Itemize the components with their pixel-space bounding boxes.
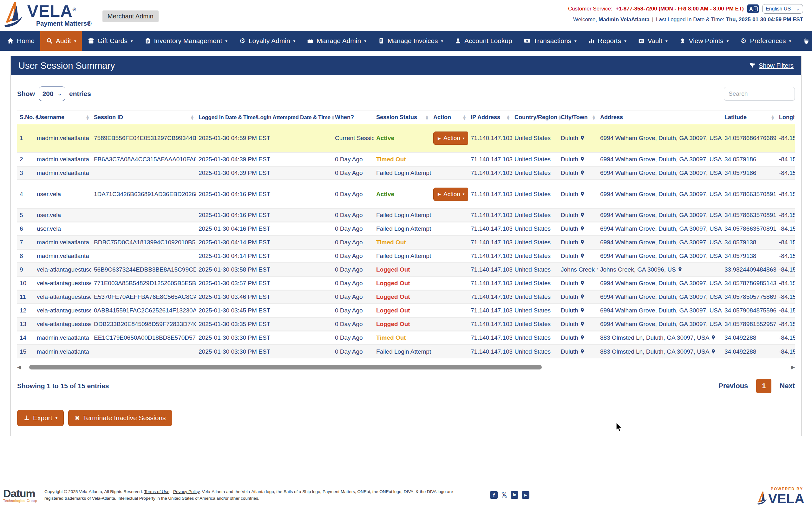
chevron-down-icon: ▾: [624, 39, 626, 43]
nav-item-manage-invoices[interactable]: Manage Invoices▾: [372, 31, 449, 51]
nav-item-manage-admin[interactable]: Manage Admin▾: [301, 31, 372, 51]
nav-item-preferences[interactable]: ⚙Preferences▾: [734, 31, 797, 51]
sort-icon: ▲▼: [507, 115, 509, 120]
page-size-select[interactable]: 200⌄: [39, 87, 65, 101]
map-pin-icon[interactable]: [580, 191, 585, 197]
column-header-session-id[interactable]: Session ID▲▼: [91, 111, 196, 124]
x-twitter-icon[interactable]: 𝕏: [501, 491, 507, 499]
cell-country: United States: [512, 277, 558, 290]
map-pin-icon[interactable]: [677, 266, 682, 273]
row-action-button[interactable]: ▶Action ▾: [433, 187, 468, 201]
nav-item-gift-cards[interactable]: Gift Cards▾: [82, 31, 138, 51]
cell-when: 0 Day Ago: [333, 290, 374, 304]
column-header-when-[interactable]: When?: [333, 111, 374, 124]
cell-country: United States: [512, 249, 558, 263]
map-pin-icon[interactable]: [580, 348, 585, 354]
language-select[interactable]: English US⌄: [762, 4, 803, 14]
nav-item-home[interactable]: Home: [1, 31, 40, 51]
cell-country: United States: [512, 345, 558, 358]
scroll-left-arrow[interactable]: ◀: [17, 365, 21, 370]
search-input[interactable]: [724, 87, 795, 101]
column-header-latitude[interactable]: Latitude▲▼: [722, 111, 776, 124]
column-header-action[interactable]: Action▲▼: [431, 111, 468, 124]
cell-action: [431, 318, 468, 331]
search-icon: [46, 38, 53, 44]
gear-icon: ⚙: [740, 38, 747, 44]
map-pin-icon[interactable]: [580, 239, 585, 245]
cell-sno: 10: [17, 277, 34, 290]
nav-item-help[interactable]: Help▾: [797, 31, 812, 51]
cell-latitude: 33.98244094848633: [722, 263, 776, 277]
nav-item-audit[interactable]: Audit▾: [40, 31, 82, 51]
cell-when: 0 Day Ago: [333, 166, 374, 180]
map-pin-icon[interactable]: [580, 156, 585, 162]
cell-country: United States: [512, 331, 558, 345]
session-row: 7madmin.velaatlantaBDBC75D0C4A1813994C10…: [17, 236, 795, 249]
session-row: 12vela-atlantaguestuser0ABB415591FAC2C62…: [17, 304, 795, 318]
map-pin-icon[interactable]: [580, 170, 585, 176]
cell-city: Duluth: [558, 277, 598, 290]
youtube-icon[interactable]: ▶: [522, 491, 529, 499]
nav-item-transactions[interactable]: Transactions▾: [518, 31, 582, 51]
map-pin-icon[interactable]: [711, 334, 716, 341]
scroll-right-arrow[interactable]: ▶: [791, 365, 795, 370]
column-header-ip-address[interactable]: IP Address▲▼: [468, 111, 512, 124]
column-header-session-status[interactable]: Session Status▲▼: [374, 111, 431, 124]
column-header-logged-in-date-time-login-attempted-date-time[interactable]: Logged In Date & Time/Login Attempted Da…: [196, 111, 333, 124]
nav-item-loyalty-admin[interactable]: ⚙︎Loyalty Admin▾: [233, 31, 301, 51]
nav-item-inventory-management[interactable]: Inventory Management▾: [139, 31, 233, 51]
translate-icon[interactable]: A: [747, 4, 759, 14]
map-pin-icon[interactable]: [580, 280, 585, 286]
map-pin-icon[interactable]: [580, 321, 585, 327]
show-filters-button[interactable]: Show Filters: [749, 62, 794, 69]
map-pin-icon[interactable]: [580, 212, 585, 218]
map-pin-icon[interactable]: [580, 252, 585, 259]
column-header-address[interactable]: Address: [598, 111, 722, 124]
cell-latitude: 34.0492288: [722, 331, 776, 345]
column-header-longitude[interactable]: Longitude: [776, 111, 795, 124]
nav-item-vault[interactable]: Vault▾: [632, 31, 673, 51]
next-page-button[interactable]: Next: [780, 382, 795, 390]
cell-address: 6994 Walham Grove, Duluth, GA 30097, USA: [598, 236, 722, 249]
nav-item-account-lookup[interactable]: Account Lookup: [449, 31, 518, 51]
scrollbar-thumb[interactable]: [29, 365, 542, 370]
session-row: 5user.vela2025-01-30 04:16 PM EST0 Day A…: [17, 209, 795, 222]
map-pin-icon[interactable]: [580, 334, 585, 341]
cell-city: Duluth: [558, 166, 598, 180]
map-pin-icon[interactable]: [580, 293, 585, 300]
map-pin-icon[interactable]: [596, 266, 598, 273]
map-pin-icon[interactable]: [711, 348, 716, 354]
scrollbar-track[interactable]: [23, 365, 788, 370]
cell-address: 883 Olmsted Ln, Duluth, GA 30097, USA: [598, 345, 722, 358]
vela-logo: VELA® Payment Matters®: [3, 1, 92, 28]
previous-page-button[interactable]: Previous: [718, 382, 748, 390]
cell-logged-in: 2025-01-30 03:58 PM EST: [196, 263, 333, 277]
cell-longitude: -84.153660: [776, 124, 795, 153]
cell-session-id: [91, 345, 196, 358]
export-button[interactable]: Export▾: [17, 410, 64, 426]
linkedin-icon[interactable]: in: [511, 491, 518, 499]
cell-sno: 9: [17, 263, 34, 277]
nav-item-view-points[interactable]: View Points▾: [673, 31, 734, 51]
cell-address: 6994 Walham Grove, Duluth, GA 30097, USA: [598, 277, 722, 290]
cell-logged-in: 2025-01-30 04:16 PM EST: [196, 209, 333, 222]
terms-of-use-link[interactable]: Terms of Use: [144, 489, 169, 494]
cell-logged-in: 2025-01-30 04:39 PM EST: [196, 153, 333, 166]
map-pin-icon[interactable]: [580, 307, 585, 314]
map-pin-icon[interactable]: [580, 135, 585, 141]
column-header-city-town[interactable]: City/Town▲▼: [558, 111, 598, 124]
current-page-button[interactable]: 1: [756, 379, 771, 393]
cell-country: United States: [512, 124, 558, 153]
cell-action: [431, 304, 468, 318]
column-header-country-region[interactable]: Country/Region▲▼: [512, 111, 558, 124]
cell-ip: 71.140.147.103: [468, 124, 512, 153]
privacy-policy-link[interactable]: Privacy Policy: [173, 489, 200, 494]
column-header-username[interactable]: Username▲▼: [34, 111, 91, 124]
cell-username: vela-atlantaguestuser: [34, 277, 91, 290]
terminate-inactive-sessions-button[interactable]: ✖ Terminate Inactive Sessions: [68, 410, 172, 426]
map-pin-icon[interactable]: [580, 225, 585, 232]
column-header-s-no-[interactable]: S.No.▲▼: [17, 111, 34, 124]
row-action-button[interactable]: ▶Action ▾: [433, 131, 468, 145]
facebook-icon[interactable]: f: [490, 491, 498, 499]
nav-item-reports[interactable]: Reports▾: [582, 31, 632, 51]
